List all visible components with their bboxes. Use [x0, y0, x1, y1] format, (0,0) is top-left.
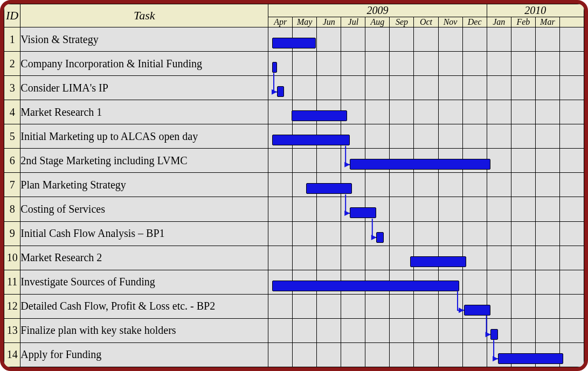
gantt-cell — [341, 27, 365, 52]
gantt-cell — [462, 52, 487, 76]
gantt-cell — [390, 318, 414, 342]
year-header: 2010 — [487, 4, 584, 17]
gantt-cell — [535, 100, 559, 124]
gantt-cell — [365, 318, 390, 342]
gantt-cell — [365, 27, 390, 52]
gantt-cell — [462, 27, 487, 52]
gantt-cell — [559, 76, 584, 100]
gantt-cell — [341, 221, 365, 246]
gantt-cell — [390, 124, 414, 149]
gantt-cell — [414, 52, 438, 76]
gantt-cell — [535, 197, 559, 221]
gantt-cell — [511, 27, 535, 52]
gantt-cell — [317, 52, 341, 76]
gantt-cell — [487, 100, 511, 124]
gantt-cell — [317, 100, 341, 124]
gantt-cell — [438, 76, 462, 100]
gantt-cell — [438, 27, 462, 52]
gantt-cell — [414, 124, 438, 149]
gantt-cell — [535, 76, 559, 100]
gantt-cell — [317, 27, 341, 52]
gantt-cell — [317, 342, 341, 367]
gantt-cell — [268, 149, 293, 173]
gantt-cell — [317, 197, 341, 221]
gantt-cell — [487, 318, 511, 342]
gantt-cell — [341, 124, 365, 149]
gantt-cell — [487, 149, 511, 173]
gantt-cell — [414, 342, 438, 367]
task-row: 2Company Incorporation & Initial Funding — [4, 52, 584, 76]
gantt-cell — [559, 124, 584, 149]
gantt-cell — [462, 294, 487, 318]
month-header: Apr — [268, 17, 293, 27]
gantt-cell — [414, 197, 438, 221]
gantt-cell — [293, 197, 317, 221]
gantt-cell — [268, 76, 293, 100]
task-row: 5Initial Marketing up to ALCAS open day — [4, 124, 584, 149]
gantt-cell — [535, 246, 559, 270]
task-id-cell: 12 — [4, 294, 20, 318]
gantt-cell — [438, 270, 462, 294]
gantt-cell — [559, 342, 584, 367]
gantt-cell — [365, 52, 390, 76]
gantt-cell — [559, 149, 584, 173]
month-header: Jun — [317, 17, 341, 27]
gantt-cell — [365, 270, 390, 294]
gantt-cell — [365, 342, 390, 367]
gantt-cell — [293, 100, 317, 124]
month-header: Dec — [462, 17, 487, 27]
gantt-cell — [268, 27, 293, 52]
gantt-cell — [462, 197, 487, 221]
task-row: 4Market Research 1 — [4, 100, 584, 124]
month-header: Aug — [365, 17, 390, 27]
gantt-cell — [438, 173, 462, 197]
gantt-table: IDTask20092010AprMayJunJulAugSepOctNovDe… — [4, 4, 584, 367]
gantt-cell — [317, 149, 341, 173]
gantt-cell — [293, 246, 317, 270]
gantt-cell — [317, 318, 341, 342]
gantt-cell — [438, 318, 462, 342]
gantt-cell — [293, 173, 317, 197]
task-row: 3Consider LIMA's IP — [4, 76, 584, 100]
gantt-cell — [341, 294, 365, 318]
gantt-cell — [390, 27, 414, 52]
gantt-cell — [341, 318, 365, 342]
month-header: Jul — [341, 17, 365, 27]
task-row: 9Initial Cash Flow Analysis – BP1 — [4, 221, 584, 246]
task-id-cell: 10 — [4, 246, 20, 270]
task-id-cell: 4 — [4, 100, 20, 124]
gantt-cell — [535, 124, 559, 149]
gantt-cell — [390, 270, 414, 294]
gantt-cell — [390, 342, 414, 367]
gantt-cell — [487, 197, 511, 221]
gantt-cell — [559, 221, 584, 246]
task-id-cell: 11 — [4, 270, 20, 294]
gantt-cell — [268, 294, 293, 318]
gantt-cell — [414, 149, 438, 173]
task-name-cell: Market Research 1 — [20, 100, 268, 124]
gantt-cell — [317, 246, 341, 270]
gantt-cell — [487, 246, 511, 270]
gantt-cell — [268, 197, 293, 221]
gantt-cell — [462, 246, 487, 270]
gantt-cell — [268, 124, 293, 149]
gantt-cell — [462, 221, 487, 246]
task-row: 12Detailed Cash Flow, Profit & Loss etc.… — [4, 294, 584, 318]
gantt-cell — [317, 221, 341, 246]
task-row: 8Costing of Services — [4, 197, 584, 221]
gantt-cell — [438, 342, 462, 367]
task-row: 11Investigate Sources of Funding — [4, 270, 584, 294]
gantt-cell — [462, 318, 487, 342]
gantt-cell — [293, 270, 317, 294]
gantt-cell — [414, 76, 438, 100]
gantt-cell — [535, 318, 559, 342]
month-header — [559, 17, 584, 27]
month-header: Sep — [390, 17, 414, 27]
gantt-cell — [535, 342, 559, 367]
gantt-cell — [487, 124, 511, 149]
task-row: 14Apply for Funding — [4, 342, 584, 367]
gantt-cell — [268, 173, 293, 197]
gantt-cell — [390, 173, 414, 197]
gantt-cell — [390, 221, 414, 246]
task-name-cell: Consider LIMA's IP — [20, 76, 268, 100]
